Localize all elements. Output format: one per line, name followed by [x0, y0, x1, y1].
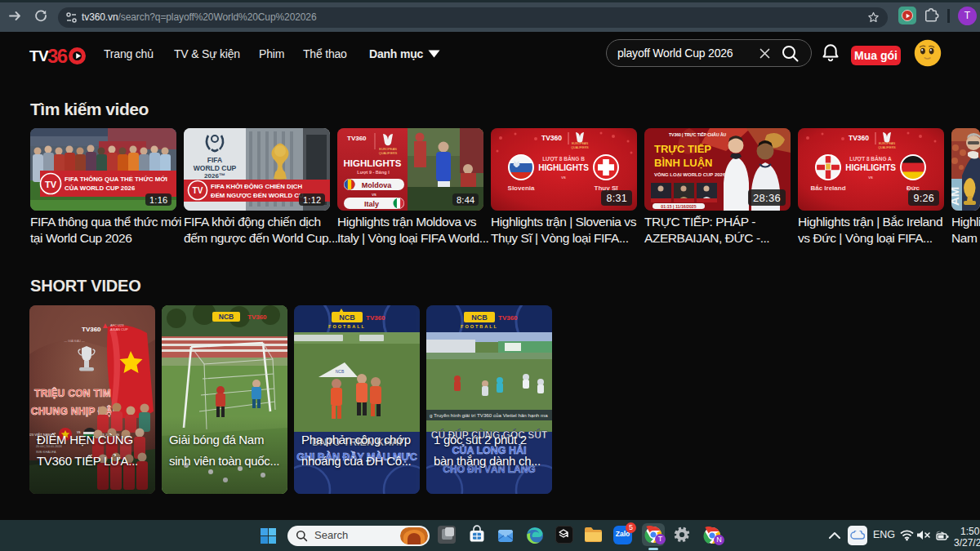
- svg-text:QUALIFIERS: QUALIFIERS: [878, 146, 896, 149]
- svg-text:ASIAN CUP: ASIAN CUP: [110, 327, 128, 331]
- svg-text:TV360: TV360: [541, 134, 562, 142]
- svg-text:LƯỢT 8 BẢNG B: LƯỢT 8 BẢNG B: [542, 155, 585, 162]
- svg-text:TV360: TV360: [498, 314, 518, 322]
- svg-text:WORLD CUP: WORLD CUP: [194, 164, 237, 172]
- svg-text:TV360: TV360: [849, 134, 869, 142]
- svg-text:EUROPEAN: EUROPEAN: [879, 142, 896, 145]
- svg-text:FOOTBALL: FOOTBALL: [328, 324, 366, 329]
- svg-text:FOOTBALL: FOOTBALL: [461, 324, 498, 329]
- svg-text:BÌNH LUẬN: BÌNH LUẬN: [654, 157, 713, 169]
- svg-text:NCB: NCB: [219, 313, 234, 321]
- svg-text:EUROPEAN: EUROPEAN: [379, 148, 397, 151]
- svg-text:Moldova: Moldova: [362, 181, 392, 189]
- svg-text:VÒNG LOẠI WORLD CUP 2026: VÒNG LOẠI WORLD CUP 2026: [654, 171, 726, 177]
- svg-text:Slovenia: Slovenia: [508, 184, 535, 192]
- svg-text:vs: vs: [372, 192, 376, 197]
- svg-text:01:15 | 11/16/2025: 01:15 | 11/16/2025: [661, 204, 696, 209]
- svg-text:TV360 | TRỰC TIẾP CHÂU ÂU: TV360 | TRỰC TIẾP CHÂU ÂU: [669, 132, 727, 137]
- svg-text:TRỰC TIẾP: TRỰC TIẾP: [654, 143, 711, 155]
- svg-text:HIGHLIGHTS: HIGHLIGHTS: [538, 163, 589, 172]
- svg-text:NCB: NCB: [336, 369, 345, 374]
- svg-text:NCB: NCB: [339, 313, 355, 322]
- svg-text:FIFA: FIFA: [207, 156, 222, 164]
- svg-text:Lượt 9 - Bảng I: Lượt 9 - Bảng I: [357, 170, 390, 175]
- svg-text:LƯỢT 8 BẢNG A: LƯỢT 8 BẢNG A: [849, 155, 892, 162]
- svg-text:FIFA KHỞI ĐỘNG CHIẾN DỊCH: FIFA KHỞI ĐỘNG CHIẾN DỊCH: [211, 182, 302, 190]
- svg-text:EUROPEAN: EUROPEAN: [572, 142, 589, 145]
- svg-text:HIGHLIGHTS: HIGHLIGHTS: [344, 158, 402, 168]
- svg-text:2026™: 2026™: [204, 172, 225, 180]
- svg-text:HIGHLIGHTS: HIGHLIGHTS: [845, 163, 896, 172]
- svg-text:vs: vs: [561, 175, 566, 180]
- svg-text:TRIỆU CON TIM: TRIỆU CON TIM: [34, 387, 111, 399]
- svg-text:QUALIFIERS: QUALIFIERS: [379, 152, 398, 155]
- svg-text:ĐẾM NGƯỢC ĐẾN WORLD CU: ĐẾM NGƯỢC ĐẾN WORLD CU: [211, 191, 304, 199]
- svg-text:NCB: NCB: [471, 313, 488, 322]
- svg-text:TV: TV: [193, 186, 203, 195]
- svg-text:QUALIFIERS: QUALIFIERS: [571, 146, 589, 149]
- svg-text:vs: vs: [868, 175, 873, 180]
- svg-text:— GIẢI ĐẤU —: — GIẢI ĐẤU —: [65, 339, 85, 343]
- svg-text:g Truyền hình giải trí TV360 c: g Truyền hình giải trí TV360 của Viettel…: [430, 412, 548, 418]
- svg-text:CỦA WORLD CUP 2026: CỦA WORLD CUP 2026: [65, 184, 136, 192]
- svg-text:Italy: Italy: [364, 200, 379, 208]
- svg-text:Bắc Ireland: Bắc Ireland: [810, 184, 845, 192]
- svg-text:TV360: TV360: [366, 314, 385, 322]
- svg-text:TV: TV: [45, 180, 57, 189]
- svg-text:AM: AM: [951, 187, 961, 206]
- svg-text:TV360: TV360: [347, 135, 367, 142]
- svg-text:TV360: TV360: [247, 313, 267, 321]
- svg-text:FIFA THÔNG QUA THỂ THỨC MỚI: FIFA THÔNG QUA THỂ THỨC MỚI: [65, 176, 167, 183]
- svg-text:TV360: TV360: [82, 326, 101, 333]
